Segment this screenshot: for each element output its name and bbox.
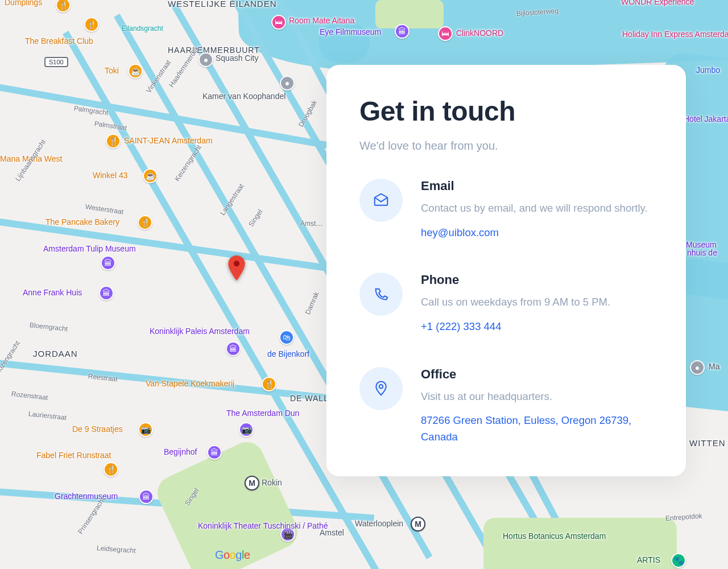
contact-item-phone: Phone Call us on weekdays from 9 AM to 5… — [359, 273, 653, 335]
poi-dot[interactable]: 🏛 — [139, 489, 154, 504]
poi-label[interactable]: De 9 Straatjes — [72, 424, 123, 434]
poi-label[interactable]: nhuis de — [687, 248, 717, 257]
svg-point-1 — [379, 385, 383, 389]
poi-label[interactable]: Hotel Jakarta — [684, 114, 728, 123]
poi-dot[interactable]: 🛏 — [271, 15, 286, 30]
poi-label[interactable]: de Bijenkorf — [267, 349, 309, 358]
poi-label[interactable]: ARTIS — [637, 555, 660, 564]
poi-dot[interactable]: 🍴 — [104, 462, 118, 477]
poi-dot[interactable]: 🏛 — [226, 341, 241, 356]
contact-title: Office — [421, 367, 653, 382]
poi-label[interactable]: SAINT-JEAN Amsterdam — [124, 136, 213, 145]
district-label: WESTELIJKE EILANDEN — [168, 0, 277, 9]
poi-label[interactable]: Kamer van Koophandel — [202, 92, 286, 101]
google-logo: Google — [215, 549, 250, 562]
district-label: WITTEN — [689, 438, 726, 448]
street-label: Westerstraat — [85, 203, 124, 216]
contact-item-office: Office Visit us at our headquarters. 872… — [359, 367, 653, 446]
poi-label[interactable]: The Breakfast Club — [25, 36, 93, 46]
poi-dot[interactable]: ● — [690, 360, 705, 375]
card-heading: Get in touch — [359, 96, 653, 127]
poi-label[interactable]: Jumbo — [696, 65, 720, 75]
metro-icon[interactable]: M — [245, 476, 259, 490]
svg-point-0 — [234, 261, 239, 266]
street-label: Singel — [247, 208, 264, 228]
street-label: Amst… — [300, 220, 322, 228]
poi-label[interactable]: WONDR Experience — [621, 0, 694, 6]
poi-label[interactable]: Toki — [105, 66, 119, 75]
poi-dot[interactable]: 🐾 — [671, 553, 686, 568]
poi-label[interactable]: Rokin — [262, 478, 282, 487]
card-subheading: We'd love to hear from you. — [359, 139, 653, 152]
contact-items: Email Contact us by email, and we will r… — [359, 179, 653, 446]
road-shield: S100 — [44, 57, 68, 67]
phone-icon — [359, 273, 403, 316]
poi-dot[interactable]: 🏛 — [207, 445, 222, 460]
poi-label[interactable]: Amsterdam Tulip Museum — [43, 244, 136, 253]
contact-desc: Visit us at our headquarters. — [421, 389, 653, 405]
poi-label[interactable]: Van Stapele Koekmakerij — [146, 379, 234, 388]
poi-dot[interactable]: 📷 — [239, 422, 254, 437]
poi-dot[interactable]: ● — [198, 52, 213, 67]
street-label: Eilandsgracht — [122, 24, 163, 32]
poi-dot[interactable]: 🏛 — [395, 24, 410, 39]
contact-desc: Call us on weekdays from 9 AM to 5 PM. — [421, 294, 610, 311]
street-label: Prinsengracht — [76, 496, 106, 535]
map-marker[interactable] — [228, 255, 245, 281]
district-label: DE WALL — [290, 394, 329, 403]
poi-dot[interactable]: 🍴 — [106, 134, 121, 149]
pin-icon — [359, 367, 403, 410]
poi-dot[interactable]: ☕ — [143, 168, 158, 183]
poi-label[interactable]: Squash City — [216, 53, 258, 63]
street-label: Palmstraat — [94, 119, 127, 132]
poi-dot[interactable]: 🍴 — [56, 0, 71, 13]
poi-dot[interactable]: 🏛 — [101, 255, 115, 270]
poi-label[interactable]: Ma — [709, 362, 719, 371]
poi-label[interactable]: Begijnhof — [164, 447, 197, 456]
district-label: JORDAAN — [33, 349, 78, 358]
street-label: Damrak — [304, 291, 321, 316]
poi-dot[interactable]: ☕ — [128, 64, 143, 79]
poi-label[interactable]: Dumplings — [5, 0, 42, 7]
poi-label[interactable]: Hortus Botanicus Amsterdam — [503, 531, 571, 541]
street-label: Rozenstraat — [11, 390, 48, 402]
poi-label[interactable]: Waterlooplein — [355, 519, 403, 528]
street-label: Laurierstraat — [28, 410, 67, 422]
poi-label[interactable]: The Pancake Bakery — [46, 217, 119, 226]
street-label: Leidsegracht — [97, 544, 136, 555]
street-label: Entrepotdok — [665, 512, 703, 522]
poi-label[interactable]: Eye Filmmuseum — [320, 27, 381, 36]
poi-dot[interactable]: 📷 — [138, 422, 153, 437]
contact-item-email: Email Contact us by email, and we will r… — [359, 179, 653, 241]
poi-label[interactable]: ClinkNOORD — [456, 28, 503, 38]
email-link[interactable]: hey@uiblox.com — [421, 225, 499, 241]
street-label: Bloemgracht — [29, 321, 68, 333]
metro-icon[interactable]: M — [411, 517, 425, 531]
phone-link[interactable]: +1 (222) 333 444 — [421, 319, 501, 335]
poi-dot[interactable]: 🍴 — [138, 215, 152, 230]
poi-label[interactable]: The Amsterdam Dun — [226, 409, 299, 418]
contact-title: Phone — [421, 273, 610, 287]
street-label: Rozengracht — [0, 340, 22, 376]
poi-label[interactable]: Room Mate Aitana — [289, 16, 354, 25]
poi-dot[interactable]: ● — [280, 76, 295, 90]
poi-dot[interactable]: 🛏 — [438, 26, 453, 41]
address-link[interactable]: 87266 Green Station, Euless, Oregon 2673… — [421, 413, 653, 445]
poi-label[interactable]: Fabel Friet Runstraat — [36, 451, 111, 460]
envelope-icon — [359, 179, 403, 222]
poi-dot[interactable]: 🛍 — [279, 330, 294, 345]
contact-title: Email — [421, 179, 648, 193]
contact-desc: Contact us by email, and we will respond… — [421, 200, 648, 217]
poi-label[interactable]: Anne Frank Huis — [23, 288, 82, 297]
poi-dot[interactable]: 🍴 — [262, 377, 276, 391]
contact-card: Get in touch We'd love to hear from you.… — [326, 65, 686, 476]
poi-label[interactable]: Grachtenmuseum — [55, 492, 118, 501]
poi-label[interactable]: Winkel 43 — [93, 171, 127, 180]
poi-label[interactable]: Amstel — [320, 528, 344, 537]
poi-label[interactable]: Holiday Inn Express Amsterdam - North… — [622, 30, 727, 39]
poi-dot[interactable]: 🏛 — [99, 286, 114, 300]
poi-label[interactable]: Koninklijk Paleis Amsterdam — [150, 327, 224, 336]
poi-dot[interactable]: 🍴 — [84, 17, 99, 32]
poi-label[interactable]: Koninklijk Theater Tuschinski / Pathé — [198, 521, 276, 530]
